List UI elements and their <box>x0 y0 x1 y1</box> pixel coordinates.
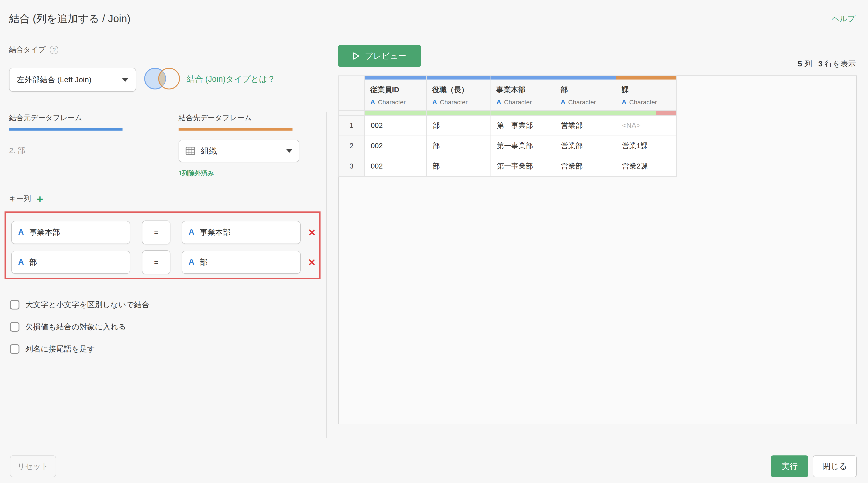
remove-key-pair-icon[interactable]: ✕ <box>308 257 316 268</box>
column-header[interactable]: 従業員ID ACharacter <box>365 76 427 110</box>
quality-spacer <box>338 110 365 116</box>
target-dataframe-dropdown[interactable]: 組織 <box>179 140 299 162</box>
join-type-section: 結合タイプ ? <box>9 45 58 55</box>
join-options: 大文字と小文字を区別しないで結合 欠損値も結合の対象に入れる 列名に接尾語を足す <box>10 299 149 354</box>
key-right-column-dropdown[interactable]: A 部 <box>182 251 301 274</box>
add-key-column-button[interactable]: + <box>37 195 43 203</box>
source-dataframe-value: 2. 部 <box>9 146 25 156</box>
option-row: 列名に接尾語を足す <box>10 344 149 354</box>
checkbox-label: 大文字と小文字を区別しないで結合 <box>25 299 149 310</box>
character-type-icon: A <box>370 98 375 106</box>
key-column-pair: A 部 = A 部 ✕ <box>11 250 319 274</box>
key-operator-dropdown[interactable]: = <box>142 250 170 274</box>
quality-bar-cell <box>491 110 555 116</box>
tab-source-underline <box>9 128 123 131</box>
checkbox-label: 欠損値も結合の対象に入れる <box>25 322 126 332</box>
chevron-down-icon <box>122 78 128 82</box>
cell: 第一事業部 <box>491 116 555 136</box>
row-number: 3 <box>338 156 365 176</box>
key-right-column-value: 事業本部 <box>200 227 230 238</box>
row-number: 2 <box>338 136 365 156</box>
key-right-column-value: 部 <box>200 257 208 267</box>
key-columns-group: A 事業本部 = A 事業本部 ✕ A 部 = A 部 ✕ <box>4 212 320 279</box>
character-type-icon: A <box>432 98 437 106</box>
table-grid-icon <box>185 147 195 155</box>
remove-key-pair-icon[interactable]: ✕ <box>308 227 316 238</box>
key-left-column-dropdown[interactable]: A 事業本部 <box>11 221 130 244</box>
table-row: 2 002 部 第一事業部 営業部 営業1課 <box>338 136 677 156</box>
tab-source-label: 結合元データフレーム <box>9 114 123 123</box>
quality-bar-cell <box>555 110 616 116</box>
checkbox-ignore-case[interactable] <box>10 300 20 310</box>
column-header[interactable]: 事業本部 ACharacter <box>491 76 555 110</box>
character-type-icon: A <box>561 98 565 106</box>
key-columns-section: キー列 + <box>9 194 43 204</box>
cell: 営業部 <box>555 116 616 136</box>
target-dataframe-value: 組織 <box>201 146 217 156</box>
header-row: 従業員ID ACharacter 役職（長） ACharacter 事業本部 A… <box>338 76 677 110</box>
row-number-header <box>338 76 365 110</box>
column-header[interactable]: 役職（長） ACharacter <box>427 76 491 110</box>
quality-bar-cell <box>616 110 677 116</box>
cell: 部 <box>427 136 491 156</box>
row-unit: 行を表示 <box>825 60 856 68</box>
cell: 部 <box>427 116 491 136</box>
character-type-icon: A <box>188 258 194 267</box>
cell: 002 <box>365 136 427 156</box>
source-color-bar <box>555 76 616 79</box>
join-type-dropdown[interactable]: 左外部結合 (Left Join) <box>9 68 136 92</box>
key-columns-label: キー列 <box>9 194 31 204</box>
key-left-column-dropdown[interactable]: A 部 <box>11 251 130 274</box>
help-link[interactable]: ヘルプ <box>832 13 855 24</box>
source-color-bar <box>427 76 491 79</box>
table-row: 3 002 部 第一事業部 営業部 営業2課 <box>338 156 677 176</box>
column-unit: 列 <box>804 60 812 68</box>
option-row: 大文字と小文字を区別しないで結合 <box>10 299 149 310</box>
join-type-selected: 左外部結合 (Left Join) <box>17 74 92 85</box>
checkbox-add-suffix[interactable] <box>10 344 20 354</box>
cell: 002 <box>365 156 427 176</box>
cell: 002 <box>365 116 427 136</box>
excluded-columns-note[interactable]: 1列除外済み <box>179 169 214 178</box>
target-color-bar <box>616 76 676 79</box>
character-type-icon: A <box>496 98 501 106</box>
key-column-pair: A 事業本部 = A 事業本部 ✕ <box>11 221 319 245</box>
data-quality-row <box>338 110 677 116</box>
column-header[interactable]: 課 ACharacter <box>616 76 677 110</box>
chevron-down-icon <box>286 149 292 153</box>
column-header[interactable]: 部 ACharacter <box>555 76 616 110</box>
run-button[interactable]: 実行 <box>771 455 808 477</box>
join-dialog: 結合 (列を追加する / Join) ヘルプ 結合タイプ ? 左外部結合 (Le… <box>0 0 868 483</box>
page-title: 結合 (列を追加する / Join) <box>9 12 130 26</box>
help-circle-icon[interactable]: ? <box>50 45 58 54</box>
source-color-bar <box>491 76 555 79</box>
option-row: 欠損値も結合の対象に入れる <box>10 322 149 332</box>
cell-na: <NA> <box>616 116 677 136</box>
cell: 営業部 <box>555 136 616 156</box>
reset-button[interactable]: リセット <box>10 455 56 477</box>
source-color-bar <box>365 76 426 79</box>
checkbox-label: 列名に接尾語を足す <box>25 344 95 354</box>
quality-bar-cell <box>365 110 427 116</box>
close-button[interactable]: 閉じる <box>813 455 857 477</box>
cell: 第一事業部 <box>491 136 555 156</box>
key-left-column-value: 事業本部 <box>29 227 60 238</box>
cell: 第一事業部 <box>491 156 555 176</box>
checkbox-match-na[interactable] <box>10 322 20 332</box>
key-left-column-value: 部 <box>29 257 37 267</box>
preview-panel: 従業員ID ACharacter 役職（長） ACharacter 事業本部 A… <box>338 75 857 424</box>
key-right-column-dropdown[interactable]: A 事業本部 <box>182 221 301 244</box>
character-type-icon: A <box>18 258 24 267</box>
cell: 営業部 <box>555 156 616 176</box>
table-row: 1 002 部 第一事業部 営業部 <NA> <box>338 116 677 136</box>
join-type-about-link[interactable]: 結合 (Join)タイプとは？ <box>187 74 275 85</box>
tab-target-underline <box>179 128 292 131</box>
key-operator-dropdown[interactable]: = <box>142 221 170 245</box>
tab-source-dataframe[interactable]: 結合元データフレーム <box>9 114 123 131</box>
quality-bar-cell <box>427 110 491 116</box>
missing-values-bar <box>656 111 676 115</box>
panel-divider <box>327 111 327 438</box>
character-type-icon: A <box>188 228 194 237</box>
cell: 営業1課 <box>616 136 677 156</box>
tab-target-dataframe[interactable]: 結合先データフレーム <box>179 114 292 131</box>
